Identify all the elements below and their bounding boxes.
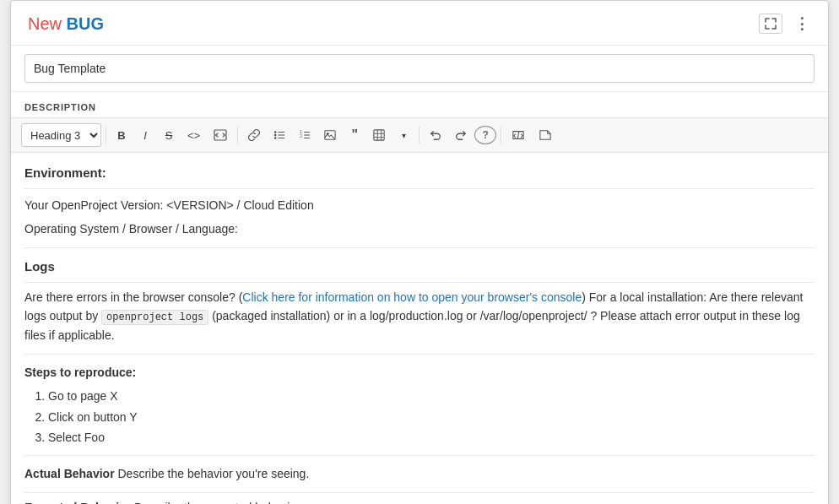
- logs-paragraph: Are there errors in the browser console?…: [24, 288, 815, 345]
- preview-button[interactable]: [533, 124, 558, 146]
- help-button[interactable]: ?: [474, 126, 496, 144]
- title-bug: BUG: [67, 14, 104, 33]
- redo-button[interactable]: [449, 124, 473, 146]
- divider-1: [24, 247, 815, 248]
- svg-text:2.: 2.: [300, 133, 303, 138]
- description-label: DESCRIPTION: [11, 92, 828, 117]
- link-button[interactable]: [242, 124, 266, 146]
- header: New BUG ⋮: [11, 1, 828, 46]
- environment-heading: Environment:: [24, 163, 815, 189]
- svg-line-19: [517, 132, 519, 139]
- page-title: New BUG: [28, 14, 104, 34]
- source-view-button[interactable]: [506, 124, 531, 146]
- logs-before-text: Are there errors in the browser console?…: [24, 290, 242, 304]
- undo-button[interactable]: [424, 124, 447, 146]
- bold-button[interactable]: B: [111, 124, 133, 146]
- table-button[interactable]: [367, 124, 391, 146]
- heading-select[interactable]: Heading 3 Paragraph Heading 1 Heading 2 …: [21, 123, 101, 147]
- expand-button[interactable]: [759, 14, 782, 34]
- toolbar-divider-1: [106, 127, 106, 144]
- svg-point-1: [274, 131, 277, 133]
- svg-rect-14: [374, 130, 384, 140]
- step-2: Click on button Y: [48, 408, 815, 426]
- title-new: New: [28, 14, 62, 33]
- expected-text: Describe the expected behavior.: [134, 501, 303, 504]
- expected-heading: Expected Behavior: [24, 501, 131, 504]
- step-1: Go to page X: [48, 387, 815, 405]
- toolbar-divider-3: [419, 127, 420, 144]
- os-line: Operating System / Browser / Language:: [24, 219, 815, 238]
- actual-text: Describe the behavior you're seeing.: [117, 467, 309, 480]
- svg-point-2: [274, 134, 277, 137]
- blockquote-button[interactable]: ": [344, 124, 365, 146]
- openproject-version-line: Your OpenProject Version: <VERSION> / Cl…: [24, 196, 815, 214]
- logs-link[interactable]: Click here for information on how to ope…: [242, 290, 582, 304]
- code-inline-button[interactable]: <>: [181, 124, 206, 146]
- steps-heading: Steps to reproduce:: [24, 363, 815, 382]
- code-block-button[interactable]: [208, 124, 233, 146]
- logs-code: openproject logs: [101, 310, 208, 325]
- image-button[interactable]: [318, 124, 342, 146]
- table-dropdown-button[interactable]: ▾: [392, 124, 414, 146]
- toolbar-divider-2: [237, 127, 238, 144]
- logs-heading: Logs: [24, 257, 815, 283]
- title-input-row: [11, 46, 828, 92]
- expected-behavior-section: Expected Behavior Describe the expected …: [24, 498, 815, 504]
- header-actions: ⋮: [759, 13, 815, 35]
- actual-behavior-section: Actual Behavior Describe the behavior yo…: [24, 464, 815, 492]
- toolbar-divider-4: [501, 127, 501, 144]
- svg-point-3: [274, 137, 277, 139]
- divider-3: [24, 455, 815, 456]
- editor-content[interactable]: Environment: Your OpenProject Version: <…: [11, 153, 828, 504]
- steps-list: Go to page X Click on button Y Select Fo…: [24, 387, 815, 447]
- bullet-list-button[interactable]: [268, 124, 291, 146]
- more-options-button[interactable]: ⋮: [789, 13, 815, 35]
- ordered-list-button[interactable]: 1. 2.: [293, 124, 317, 146]
- italic-button[interactable]: I: [134, 124, 156, 146]
- bug-form-window: New BUG ⋮ DESCRIPTION Heading 3 Paragrap…: [10, 0, 829, 504]
- title-input[interactable]: [24, 54, 815, 83]
- strikethrough-button[interactable]: S: [158, 124, 180, 146]
- step-3: Select Foo: [48, 428, 815, 447]
- divider-2: [24, 354, 815, 355]
- editor-toolbar: Heading 3 Paragraph Heading 1 Heading 2 …: [11, 117, 828, 153]
- actual-heading: Actual Behavior: [24, 467, 115, 480]
